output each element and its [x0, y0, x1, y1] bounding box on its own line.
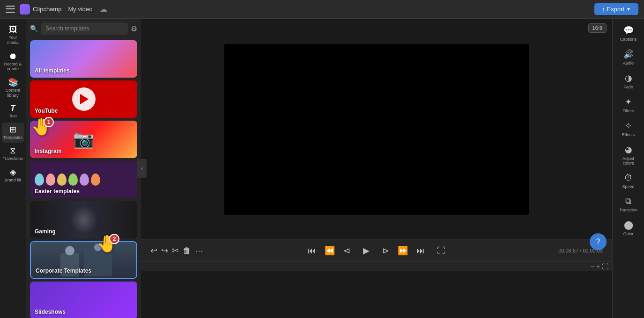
tool-speed[interactable]: ⏱ Speed	[615, 170, 642, 192]
playback-controls: ↩ ↪ ✂ 🗑 ⋯ ⏮ ⏪ ⊲ ▶ ⊳ ⏩ ⏭ ⛶ 00:08.67 / 00:…	[141, 239, 612, 262]
tool-transition[interactable]: ⧉ Transition	[615, 194, 642, 215]
skip-back-button[interactable]: ⏮	[308, 246, 316, 256]
topbar-right: ↑ Export ▼	[594, 3, 638, 15]
play-button[interactable]: ▶	[359, 243, 374, 258]
templates-list: All templates YouTube 📷 Instagram	[26, 38, 141, 318]
filter-button[interactable]: ⚙	[131, 24, 137, 33]
template-label-easter: Easter templates	[35, 188, 80, 195]
template-card-easter[interactable]: Easter templates	[30, 161, 137, 198]
sidebar-item-content-library[interactable]: 📚 Content library	[2, 75, 24, 101]
template-card-all-templates[interactable]: All templates	[30, 40, 137, 78]
delete-button[interactable]: 🗑	[183, 246, 191, 256]
right-sidebar: 💬 Captions 🔊 Audio ◑ Fade ✦ Filters ✧ Ef…	[612, 19, 644, 318]
tool-color[interactable]: ⬤ Color	[615, 217, 642, 239]
logo-icon	[20, 4, 30, 14]
zoom-controls: − + ⛶	[591, 263, 608, 270]
templates-search-bar: 🔍 ⚙	[26, 19, 141, 38]
your-media-icon: 🖼	[9, 25, 17, 34]
tool-audio[interactable]: 🔊 Audio	[615, 46, 642, 68]
youtube-play-icon	[72, 87, 96, 111]
more-button[interactable]: ⋯	[195, 246, 203, 256]
template-card-corporate[interactable]: Corporate Templates	[30, 241, 137, 279]
template-card-instagram[interactable]: 📷 Instagram	[30, 121, 137, 158]
filters-icon: ✦	[625, 97, 632, 107]
template-label-slideshows: Slideshows	[35, 309, 66, 315]
app-logo: Clipchamp	[20, 4, 61, 14]
sidebar-item-text[interactable]: T Text	[2, 102, 24, 122]
record-create-icon: ⏺	[9, 52, 17, 60]
templates-panel: 🔍 ⚙ All templates YouTube	[26, 19, 141, 318]
fast-forward-button[interactable]: ⏩	[398, 246, 408, 256]
transition-icon: ⧉	[625, 196, 631, 206]
search-icon: 🔍	[30, 25, 38, 32]
timeline-ruler: − + ⛶	[141, 262, 612, 271]
tool-filters[interactable]: ✦ Filters	[615, 94, 642, 116]
content-library-icon: 📚	[8, 78, 18, 87]
templates-icon: ⊞	[9, 125, 16, 134]
undo-button[interactable]: ↩	[150, 246, 157, 256]
logo-text: Clipchamp	[33, 6, 61, 13]
template-card-slideshows[interactable]: Slideshows	[30, 282, 137, 318]
instagram-icon: 📷	[73, 130, 94, 149]
sidebar-item-your-media[interactable]: 🖼 Your media	[2, 22, 24, 48]
rewind-button[interactable]: ⏪	[325, 246, 335, 256]
timeline-edit-tools: ↩ ↪ ✂ 🗑 ⋯	[150, 246, 203, 256]
tool-effects[interactable]: ✧ Effects	[615, 118, 642, 140]
captions-icon: 💬	[623, 25, 634, 36]
effects-icon: ✧	[625, 121, 632, 131]
template-label-youtube: YouTube	[35, 108, 58, 114]
sidebar-item-transitions[interactable]: ⧖ Transitions	[2, 144, 24, 164]
skip-forward-button[interactable]: ⏭	[416, 246, 425, 256]
transitions-icon: ⧖	[10, 146, 16, 155]
zoom-in-button[interactable]: +	[596, 263, 600, 270]
template-label-gaming: Gaming	[35, 228, 56, 235]
fullscreen-button[interactable]: ⛶	[437, 246, 445, 256]
text-icon: T	[11, 105, 15, 112]
sidebar-item-record-create[interactable]: ⏺ Record & create	[2, 49, 24, 75]
trim-right-button[interactable]: ⊳	[382, 246, 389, 256]
aspect-ratio-badge[interactable]: 16:9	[588, 23, 607, 33]
svg-point-3	[94, 244, 102, 251]
export-upload-icon: ↑	[602, 6, 605, 13]
export-chevron-icon: ▼	[626, 7, 631, 12]
audio-icon: 🔊	[623, 49, 634, 59]
center-area: 16:9 ↩ ↪ ✂ 🗑 ⋯ ⏮ ⏪ ⊲ ▶ ⊳ ⏩ ⏭ ⛶ 00:08.67	[141, 19, 612, 318]
video-preview[interactable]	[224, 44, 529, 215]
brand-kit-icon: ◈	[10, 168, 16, 176]
trim-left-button[interactable]: ⊲	[343, 246, 350, 256]
fit-zoom-button[interactable]: ⛶	[602, 263, 608, 270]
search-input[interactable]	[41, 22, 128, 35]
speed-icon: ⏱	[624, 173, 633, 183]
template-card-gaming[interactable]: Gaming	[30, 201, 137, 238]
timeline-area: − + ⛶	[141, 262, 612, 318]
video-container	[141, 19, 612, 239]
help-button[interactable]: ?	[590, 233, 607, 250]
template-label-instagram: Instagram	[35, 148, 61, 154]
color-icon: ⬤	[624, 220, 633, 230]
templates-panel-wrapper: 🔍 ⚙ All templates YouTube	[26, 19, 141, 318]
redo-button[interactable]: ↪	[161, 246, 168, 256]
cut-button[interactable]: ✂	[172, 246, 179, 256]
sidebar-item-templates[interactable]: ⊞ Templates	[2, 123, 24, 143]
tool-captions[interactable]: 💬 Captions	[615, 22, 642, 44]
fade-icon: ◑	[625, 73, 632, 83]
topbar: Clipchamp My video ☁ ↑ Export ▼	[0, 0, 644, 19]
hamburger-menu[interactable]	[6, 5, 15, 14]
sidebar-item-brand-kit[interactable]: ◈ Brand kit	[2, 165, 24, 186]
template-card-youtube[interactable]: YouTube	[30, 80, 137, 118]
template-label-corporate: Corporate Templates	[36, 267, 91, 274]
left-sidebar: 🖼 Your media ⏺ Record & create 📚 Content…	[0, 19, 26, 318]
current-time: 00:08.67	[558, 248, 578, 253]
main-layout: 🖼 Your media ⏺ Record & create 📚 Content…	[0, 19, 644, 318]
tool-adjust-colors[interactable]: ◕ Adjust colors	[615, 142, 642, 168]
video-title[interactable]: My video	[68, 6, 92, 13]
cloud-icon: ☁	[100, 5, 107, 14]
timeline-track[interactable]	[141, 271, 612, 318]
panel-collapse-button[interactable]: ‹	[137, 159, 147, 178]
tool-fade[interactable]: ◑ Fade	[615, 70, 642, 92]
adjust-colors-icon: ◕	[625, 145, 632, 155]
svg-point-1	[65, 246, 74, 255]
export-button[interactable]: ↑ Export ▼	[594, 3, 638, 15]
template-label-all: All templates	[35, 67, 70, 74]
zoom-out-button[interactable]: −	[591, 263, 594, 270]
